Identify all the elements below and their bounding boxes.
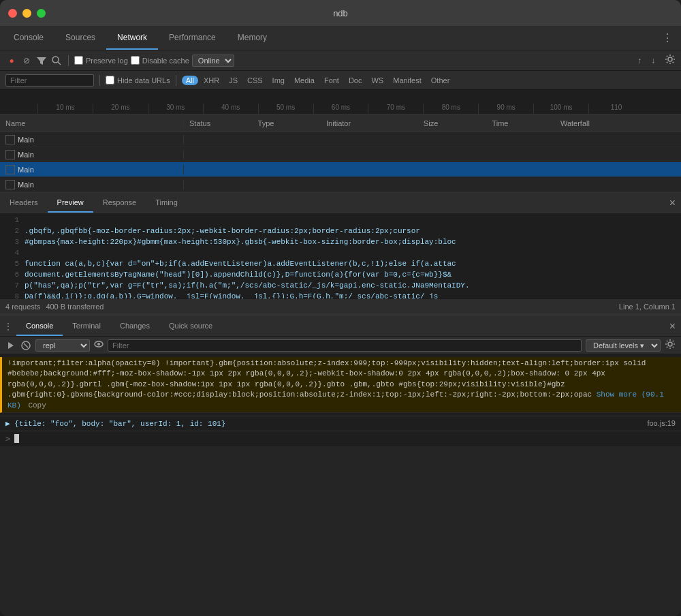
- filter-type-all[interactable]: All: [182, 76, 198, 85]
- svg-point-3: [668, 57, 672, 61]
- filter-button[interactable]: [35, 55, 48, 67]
- stop-button[interactable]: ⊘: [20, 55, 33, 67]
- filter-type-doc[interactable]: Doc: [345, 76, 366, 85]
- table-row[interactable]: Main: [0, 162, 681, 177]
- tick-7: 80 ms: [423, 104, 478, 114]
- tab-quick-source[interactable]: Quick source: [159, 316, 222, 336]
- col-header-time: Time: [486, 119, 555, 127]
- line-content: Da(f)&&d.i()};g.dg(a,b)},G=window.__jsl=…: [25, 292, 443, 298]
- minimize-button[interactable]: [22, 9, 31, 18]
- table-row[interactable]: Main: [0, 177, 681, 192]
- console-result: ▶ {title: "foo", body: "bar", userId: 1,…: [0, 416, 681, 431]
- svg-line-2: [58, 62, 61, 65]
- filter-input[interactable]: [5, 74, 94, 87]
- row-checkbox[interactable]: [5, 150, 15, 159]
- console-filter-input[interactable]: [108, 339, 582, 352]
- record-button[interactable]: ●: [5, 55, 18, 67]
- filter-type-media[interactable]: Media: [290, 76, 319, 85]
- preview-panel: Headers Preview Response Timing × 12.gbq…: [0, 192, 681, 298]
- line-number: 2: [0, 227, 25, 238]
- throttle-select[interactable]: Online: [192, 55, 234, 67]
- filter-type-ws[interactable]: WS: [367, 76, 387, 85]
- tick-2: 30 ms: [148, 104, 203, 114]
- tab-console-bottom[interactable]: Console: [16, 316, 63, 336]
- hide-data-urls-check[interactable]: Hide data URLs: [106, 76, 170, 84]
- code-line: 6document.getElementsByTagName("head")[0…: [0, 271, 681, 281]
- filter-type-manifest[interactable]: Manifest: [389, 76, 426, 85]
- hide-data-urls-checkbox[interactable]: [106, 76, 114, 84]
- col-header-initiator: Initiator: [321, 119, 418, 127]
- tick-5: 60 ms: [313, 104, 368, 114]
- console-eye-icon[interactable]: [94, 339, 104, 351]
- tab-changes[interactable]: Changes: [110, 316, 159, 336]
- line-number: 4: [0, 249, 25, 260]
- line-number: 1: [0, 216, 25, 227]
- console-result-link[interactable]: foo.js:19: [647, 419, 676, 427]
- eye-icon: [94, 339, 104, 349]
- svg-point-8: [97, 343, 100, 345]
- table-row[interactable]: Main: [0, 147, 681, 162]
- close-button[interactable]: [8, 9, 17, 18]
- table-row[interactable]: Main: [0, 132, 681, 147]
- tab-preview[interactable]: Preview: [48, 193, 93, 213]
- requests-count: 4 requests: [5, 303, 40, 311]
- preview-content[interactable]: 12.gbqfb,.gbqfbb{-moz-border-radius:2px;…: [0, 213, 681, 298]
- tab-headers[interactable]: Headers: [0, 193, 48, 213]
- svg-point-1: [52, 57, 59, 63]
- filter-type-xhr[interactable]: XHR: [200, 76, 223, 85]
- filter-separator: [99, 75, 100, 86]
- export-button[interactable]: ↓: [647, 55, 659, 67]
- svg-marker-4: [8, 342, 14, 349]
- disable-cache-check[interactable]: Disable cache: [131, 56, 189, 65]
- table-header: Name Status Type Initiator Size Time Wat…: [0, 114, 681, 132]
- filter-type-css[interactable]: CSS: [243, 76, 267, 85]
- line-content: #gbmpas{max-height:220px}#gbmm{max-heigh…: [25, 238, 462, 249]
- tab-memory[interactable]: Memory: [227, 26, 278, 50]
- filter-type-font[interactable]: Font: [320, 76, 343, 85]
- tab-performance[interactable]: Performance: [158, 26, 227, 50]
- line-content: function ca(a,b,c){var d="on"+b;if(a.add…: [25, 260, 462, 271]
- filter-type-other[interactable]: Other: [427, 76, 454, 85]
- console-clear-button[interactable]: [20, 340, 31, 351]
- filter-bar: Hide data URLs All XHR JS CSS Img Media …: [0, 71, 681, 90]
- line-number: 7: [0, 281, 25, 292]
- row-checkbox[interactable]: [5, 180, 15, 189]
- import-button[interactable]: ↑: [633, 55, 646, 67]
- tab-response[interactable]: Response: [93, 193, 146, 213]
- code-line: 7p("has",qa);p("tr",var g=F("tr",sa);if(…: [0, 281, 681, 292]
- row-checkbox[interactable]: [5, 165, 15, 174]
- console-close-button[interactable]: ×: [669, 320, 676, 333]
- console-repl-select[interactable]: repl: [35, 339, 90, 352]
- tick-8: 90 ms: [478, 104, 533, 114]
- main-window: ndb Console Sources Network Performance …: [0, 0, 681, 616]
- console-run-button[interactable]: [5, 340, 16, 351]
- console-tabs: ⋮ Console Terminal Changes Quick source …: [0, 316, 681, 337]
- filter-type-js[interactable]: JS: [225, 76, 242, 85]
- console-drag-handle[interactable]: ⋮: [0, 316, 16, 336]
- console-settings-icon[interactable]: [665, 339, 676, 352]
- col-header-size: Size: [418, 119, 487, 127]
- copy-button[interactable]: Copy: [28, 401, 46, 410]
- search-button[interactable]: [50, 55, 63, 67]
- tab-timing[interactable]: Timing: [146, 193, 187, 213]
- tick-0: 10 ms: [37, 104, 93, 114]
- preview-close-button[interactable]: ×: [669, 197, 676, 209]
- tab-terminal[interactable]: Terminal: [63, 316, 110, 336]
- more-tabs-button[interactable]: ⋮: [656, 26, 678, 50]
- console-output[interactable]: !important;filter:alpha(opacity=0) !impo…: [0, 354, 681, 416]
- cell-name: Main: [0, 165, 184, 174]
- clear-icon: [21, 341, 31, 350]
- line-number: 3: [0, 238, 25, 249]
- preserve-log-checkbox[interactable]: [74, 56, 83, 65]
- tab-sources[interactable]: Sources: [54, 26, 106, 50]
- console-levels-select[interactable]: Default levels ▾: [586, 339, 661, 352]
- settings-icon[interactable]: [665, 54, 676, 67]
- maximize-button[interactable]: [37, 9, 46, 18]
- tab-console[interactable]: Console: [3, 26, 54, 50]
- preserve-log-check[interactable]: Preserve log: [74, 56, 128, 65]
- bytes-transferred: 400 B transferred: [46, 303, 104, 311]
- disable-cache-checkbox[interactable]: [131, 56, 140, 65]
- tab-network[interactable]: Network: [106, 26, 158, 50]
- row-checkbox[interactable]: [5, 135, 15, 144]
- filter-type-img[interactable]: Img: [268, 76, 289, 85]
